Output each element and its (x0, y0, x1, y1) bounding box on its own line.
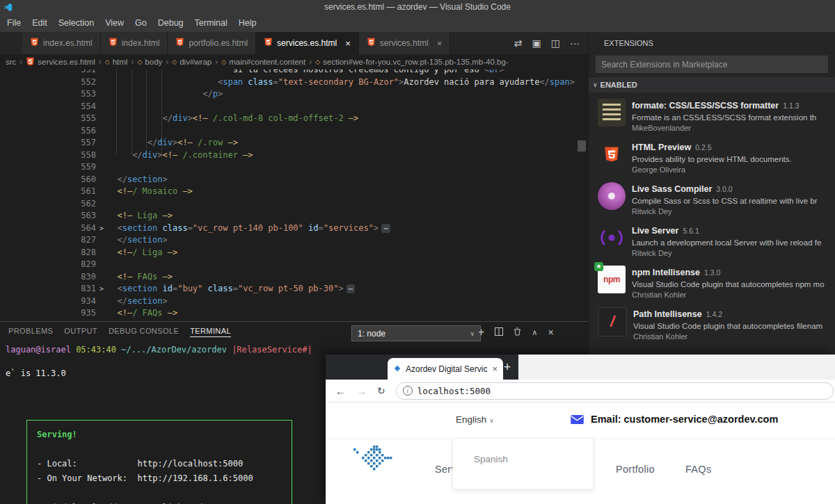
extension-info: formate: CSS/LESS/SCSS formatter1.1.3For… (632, 99, 835, 128)
serving-message-box: Serving! - Local: http://localhost:5000-… (26, 420, 292, 504)
extensions-search-input[interactable]: Search Extensions in Marketplace (596, 56, 828, 73)
menu-debug[interactable]: Debug (152, 18, 189, 28)
menu-view[interactable]: View (100, 18, 129, 28)
tab-index.html[interactable]: index.html (101, 32, 168, 54)
browser-page: English∨ Email: customer-service@azordev… (326, 403, 835, 504)
menu-selection[interactable]: Selection (53, 18, 100, 28)
extension-version: 0.2.5 (695, 143, 711, 152)
breadcrumb-item-main-content-content[interactable]: ◇main#content.content (221, 58, 305, 66)
open-preview-icon[interactable]: ▣ (532, 36, 541, 50)
browser-window: Azordev Digital Servic × + ← → ↻ i local… (326, 355, 835, 504)
address-bar[interactable]: i localhost:5000 (396, 382, 834, 400)
language-selector[interactable]: English∨ (456, 414, 494, 425)
more-actions-icon[interactable]: ··· (570, 36, 580, 50)
extension-name-row: npm Intellisense1.3.0 (632, 266, 835, 278)
tab-portfolio.es.html[interactable]: portfolio.es.html (168, 32, 256, 54)
extension-description: Provides ability to preview HTML documen… (632, 155, 835, 163)
email-address[interactable]: Email: customer-service@azordev.com (591, 414, 778, 425)
symbol-icon: ◇ (221, 58, 226, 65)
extensions-enabled-section[interactable]: ∨ ENABLED (589, 77, 835, 92)
line-number: 829 (0, 259, 96, 271)
extensions-panel-title: EXTENSIONS (589, 32, 835, 54)
fold-arrow-icon (96, 247, 107, 259)
prompt-segment: 05:43:40 (71, 345, 116, 355)
menu-edit[interactable]: Edit (26, 18, 53, 28)
code-text: </section> (107, 295, 168, 308)
line-number: 564 (0, 222, 96, 235)
close-tab-icon[interactable]: × (345, 38, 351, 49)
extension-name: HTML Preview (632, 143, 691, 152)
kill-terminal-button[interactable] (514, 326, 521, 339)
menu-help[interactable]: Help (233, 18, 262, 28)
menu-go[interactable]: Go (129, 18, 152, 28)
menu-file[interactable]: File (1, 18, 26, 28)
breadcrumb-item-html[interactable]: ◇html (105, 58, 128, 66)
panel-tab-output[interactable]: OUTPUT (64, 327, 97, 336)
extension-live-server[interactable]: Live Server5.6.1Launch a development loc… (589, 218, 835, 259)
extension-version: 1.1.3 (783, 101, 799, 110)
breadcrumb-item-services-es-html[interactable]: services.es.html (26, 57, 95, 67)
serving-line: - Local: http://localhost:5000 (37, 457, 282, 471)
menu-terminal[interactable]: Terminal (189, 18, 233, 28)
browser-tab[interactable]: Azordev Digital Servic × (388, 358, 503, 380)
extension-formate-css-less-scss-formatter[interactable]: formate: CSS/LESS/SCSS formatter1.1.3For… (589, 92, 835, 134)
back-button[interactable]: ← (335, 385, 346, 397)
editor-scrollbar[interactable] (578, 140, 586, 152)
breadcrumb-item-body[interactable]: ◇body (137, 58, 162, 66)
extension-publisher: George Oliveira (632, 165, 835, 174)
tab-services.es.html[interactable]: services.es.html× (256, 32, 359, 54)
code-line: 556 (0, 125, 588, 138)
new-tab-button[interactable]: + (498, 358, 516, 376)
close-panel-button[interactable]: × (548, 325, 553, 339)
dropdown-option-spanish[interactable]: Spanish (474, 454, 508, 464)
close-tab-icon[interactable]: × (437, 38, 443, 49)
split-terminal-button[interactable] (495, 326, 503, 339)
line-number: 563 (0, 210, 96, 222)
nav-item-faqs[interactable]: FAQs (685, 464, 711, 475)
breadcrumb-item-div-wrap[interactable]: ◇div#wrap (172, 58, 212, 66)
reload-button[interactable]: ↻ (377, 385, 385, 396)
forward-button[interactable]: → (356, 385, 367, 397)
html-file-icon (367, 38, 376, 49)
breadcrumb-label: div#wrap (180, 58, 212, 66)
fold-arrow-icon[interactable]: > (96, 283, 107, 295)
new-terminal-button[interactable]: + (478, 325, 484, 339)
prompt-segment: laguan@israel (6, 345, 71, 355)
close-tab-icon[interactable]: × (492, 364, 498, 374)
extension-name-row: HTML Preview0.2.5 (632, 140, 835, 153)
browser-toolbar: ← → ↻ i localhost:5000 (326, 380, 835, 403)
extension-live-sass-compiler[interactable]: Live Sass Compiler3.0.0Compile Sass or S… (589, 176, 835, 218)
breadcrumb-item-src[interactable]: src (6, 58, 16, 66)
line-number: 551 (0, 70, 96, 76)
extension-npm-intellisense[interactable]: npm★npm Intellisense1.3.0Visual Studio C… (589, 259, 835, 301)
azordev-logo[interactable] (351, 446, 395, 485)
split-editor-icon[interactable]: ◫ (551, 36, 560, 50)
code-text: <!— FAQs —> (107, 271, 173, 284)
breadcrumb-item-section-we-for-you-vc-row-pt-135-pb-135-mb-40-bg-[interactable]: ◇section#we-for-you.vc_row.pt-135.pb-135… (315, 58, 508, 66)
line-number: 559 (0, 161, 96, 174)
tab-label: services.es.html (277, 38, 337, 48)
serving-line: Serving! (37, 428, 282, 442)
maximize-panel-button[interactable]: ∧ (532, 325, 537, 339)
panel-tab-debug-console[interactable]: DEBUG CONSOLE (109, 327, 179, 336)
code-editor[interactable]: 551 si tu crecees nosotros crecemos cont… (0, 70, 588, 321)
panel-tab-terminal[interactable]: TERMINAL (190, 327, 231, 337)
nav-item-portfolio[interactable]: Portfolio (616, 464, 655, 475)
chevron-down-icon: ∨ (593, 81, 598, 88)
extension-info: Live Server5.6.1Launch a development loc… (632, 224, 835, 253)
extensions-list: formate: CSS/LESS/SCSS formatter1.1.3For… (589, 92, 835, 343)
fold-arrow-icon[interactable]: > (96, 222, 107, 235)
tab-services.html[interactable]: services.html× (359, 32, 451, 54)
panel-tab-problems[interactable]: PROBLEMS (8, 327, 53, 336)
code-line: 562 (0, 198, 588, 211)
open-changes-icon[interactable]: ⇄ (514, 36, 523, 50)
site-info-icon[interactable]: i (403, 386, 413, 396)
extension-description: Formate is an CSS/LESS/SCSS format exten… (632, 113, 835, 122)
fold-arrow-icon (96, 88, 107, 101)
extension-path-intellisense[interactable]: /Path Intellisense1.4.2Visual Studio Cod… (589, 301, 835, 343)
terminal-select[interactable]: 1: node ∨ (351, 325, 481, 341)
extension-html-preview[interactable]: HTML Preview0.2.5Provides ability to pre… (589, 134, 835, 176)
code-text: si tu crecees nosotros crecemos contigo … (107, 70, 504, 76)
tab-index.es.html[interactable]: index.es.html (22, 32, 101, 54)
extension-publisher: Christian Kohler (633, 332, 835, 341)
